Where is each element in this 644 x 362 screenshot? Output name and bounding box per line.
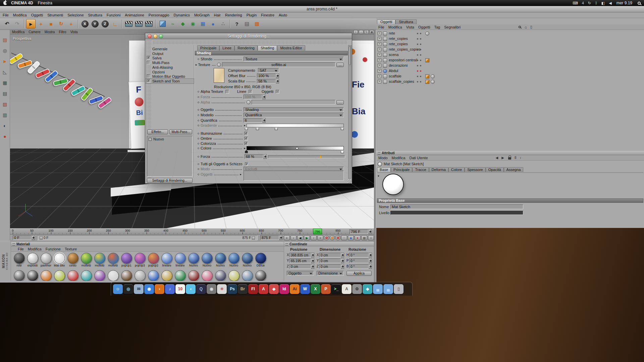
material-item[interactable]: popup3 bbox=[133, 253, 147, 267]
keyboard-status-icon[interactable]: ⌨ bbox=[573, 1, 578, 5]
material-item[interactable] bbox=[39, 270, 53, 281]
material-sphere[interactable] bbox=[94, 253, 105, 264]
current-frame-marker[interactable]: 796 bbox=[313, 229, 322, 234]
coordinate-system-button[interactable]: ∟ bbox=[110, 19, 120, 28]
expand-icon[interactable]: + bbox=[378, 69, 381, 73]
bluetooth-status-icon[interactable]: ᛒ bbox=[595, 1, 597, 5]
lock-icon[interactable] bbox=[508, 157, 511, 160]
frame-stepper[interactable] bbox=[368, 229, 372, 234]
dock-icon-folder-documents[interactable]: ▄ bbox=[383, 284, 393, 294]
dock-icon-flash[interactable]: Fl bbox=[248, 284, 258, 294]
zoom-button[interactable] bbox=[159, 34, 163, 38]
expand-icon[interactable]: + bbox=[378, 48, 381, 51]
add-spline-button[interactable]: ~ bbox=[168, 19, 177, 28]
om-layout-icon[interactable]: ▯ bbox=[530, 25, 532, 29]
material-sphere[interactable] bbox=[215, 253, 226, 264]
gradiente-bar[interactable] bbox=[247, 124, 344, 127]
app-menu-animazione[interactable]: Animazione bbox=[125, 13, 144, 17]
dock-icon-trash[interactable]: ▯ bbox=[394, 284, 404, 294]
range-end-stepper[interactable] bbox=[279, 235, 282, 240]
multipass-button[interactable]: Multi-Pass... bbox=[169, 129, 192, 134]
next-frame-button[interactable]: › bbox=[311, 235, 317, 240]
colorizza-checkbox[interactable] bbox=[244, 142, 248, 145]
paint-tool-button[interactable]: ▧ bbox=[1, 36, 9, 44]
material-preview[interactable]: ▾ bbox=[378, 174, 415, 198]
sphere-tool-button[interactable]: ● bbox=[1, 132, 9, 140]
material-item[interactable]: cesto bbox=[66, 253, 79, 267]
sidebar-item-output[interactable]: Output bbox=[145, 51, 194, 56]
expand-icon[interactable]: + bbox=[378, 32, 381, 35]
record-position-button[interactable] bbox=[324, 235, 329, 240]
dialog-tab-mostra-editor[interactable]: Mostra Editor bbox=[277, 45, 305, 51]
visibility-dots[interactable] bbox=[417, 65, 418, 66]
layout-tool-button[interactable]: ▥ bbox=[1, 111, 9, 119]
material-item[interactable]: Nuovo bbox=[200, 253, 214, 267]
apple-menu-icon[interactable] bbox=[3, 1, 7, 5]
dock-icon-distiller[interactable]: ◆ bbox=[269, 284, 279, 294]
attr-tab-opacità[interactable]: Opacità bbox=[486, 167, 504, 172]
expand-icon[interactable]: ▾ bbox=[378, 174, 379, 178]
materials-menu-texture[interactable]: Texture bbox=[65, 247, 77, 251]
material-sphere[interactable] bbox=[67, 270, 78, 281]
oggetto-dropdown[interactable]: Oggetto bbox=[287, 271, 314, 276]
material-sphere[interactable] bbox=[81, 270, 92, 281]
material-item[interactable]: Nuovo bbox=[227, 253, 240, 267]
dialog-tab-linee[interactable]: Linee bbox=[219, 45, 234, 51]
lock-y-axis-button[interactable]: Y bbox=[90, 19, 100, 28]
material-sphere[interactable] bbox=[202, 253, 213, 264]
attr-tab-base[interactable]: Base bbox=[377, 167, 391, 172]
drag-grip[interactable] bbox=[153, 41, 348, 45]
dock-icon-utility-app[interactable]: ◆ bbox=[363, 284, 372, 294]
object-tree-item[interactable]: + Abdul bbox=[376, 68, 644, 74]
dock-icon-mail[interactable]: ✉ bbox=[134, 284, 144, 294]
material-item[interactable]: popup1 bbox=[120, 253, 133, 267]
goto-end-button[interactable]: » bbox=[317, 235, 323, 240]
tutti-oggetti-checkbox[interactable] bbox=[245, 162, 248, 166]
dock-icon-finder[interactable]: ☺ bbox=[113, 284, 123, 294]
modello-dropdown[interactable]: Quantifica bbox=[244, 113, 344, 117]
material-item[interactable]: lineare bbox=[160, 253, 173, 267]
dock-icon-terminal[interactable]: >_ bbox=[331, 284, 341, 294]
checker-tool-button[interactable]: ◐ bbox=[1, 122, 9, 130]
campionamento-dropdown[interactable]: SAT bbox=[258, 68, 279, 73]
snapshot-button[interactable]: ▦ bbox=[361, 235, 367, 240]
attr-menu-modo[interactable]: Modo bbox=[378, 156, 388, 160]
colore-knob-white[interactable] bbox=[341, 150, 344, 153]
add-mograph-button[interactable]: ◉ bbox=[188, 19, 198, 28]
spotlight-icon[interactable] bbox=[638, 2, 641, 5]
sphere-tag-icon[interactable] bbox=[431, 74, 435, 78]
material-item[interactable] bbox=[120, 270, 133, 281]
window-titlebar[interactable]: area promo.c4d * bbox=[0, 6, 644, 12]
object-tree-item[interactable]: + espositori centrali bbox=[376, 58, 644, 63]
render-active-view-button[interactable] bbox=[124, 19, 133, 28]
app-menu-oggetti[interactable]: Oggetti bbox=[31, 13, 43, 17]
badge-count[interactable]: 4 bbox=[582, 1, 584, 5]
material-sphere[interactable] bbox=[108, 270, 119, 281]
visibility-dots[interactable] bbox=[417, 33, 418, 34]
object-tree-item[interactable]: + decorazioni bbox=[376, 63, 644, 68]
resize-grip[interactable] bbox=[348, 179, 352, 183]
effect-item-nuovo[interactable]: Nuovo bbox=[147, 136, 192, 142]
dock-icon-firefox[interactable]: ◗ bbox=[155, 284, 164, 294]
prev-frame-button[interactable]: ◀ bbox=[297, 235, 303, 240]
viewport-menu-filtro[interactable]: Filtro bbox=[59, 30, 66, 34]
material-item[interactable] bbox=[187, 270, 200, 281]
material-sphere[interactable] bbox=[188, 270, 199, 281]
cube-tag-icon[interactable] bbox=[425, 80, 429, 84]
object-tree-item[interactable]: + rete_copies bbox=[376, 42, 644, 47]
range-start-stepper[interactable] bbox=[32, 235, 35, 240]
sidebar-item-motion-blur-oggetto[interactable]: Motion Blur Oggetto bbox=[145, 74, 194, 79]
material-item[interactable]: molletti bbox=[106, 253, 120, 267]
range-slider[interactable]: 0 F 875 F bbox=[37, 235, 258, 240]
dock-icon-dvd-player[interactable]: ◉ bbox=[207, 284, 216, 294]
om-menu-tag[interactable]: Tag bbox=[434, 25, 440, 29]
record-rotation-button[interactable] bbox=[330, 235, 335, 240]
add-particles-button[interactable]: ∴ bbox=[218, 19, 228, 28]
attr-tab-tracce[interactable]: Tracce bbox=[412, 167, 429, 172]
app-menu-dynamics[interactable]: Dynamics bbox=[174, 13, 190, 17]
material-sphere[interactable] bbox=[135, 270, 146, 281]
active-tool-button[interactable]: + bbox=[66, 19, 76, 28]
render-settings-bottom-button[interactable]: Settaggi di Rendering... bbox=[147, 178, 193, 183]
expand-icon[interactable]: + bbox=[378, 64, 381, 67]
sidebar-checkbox[interactable] bbox=[147, 61, 150, 64]
